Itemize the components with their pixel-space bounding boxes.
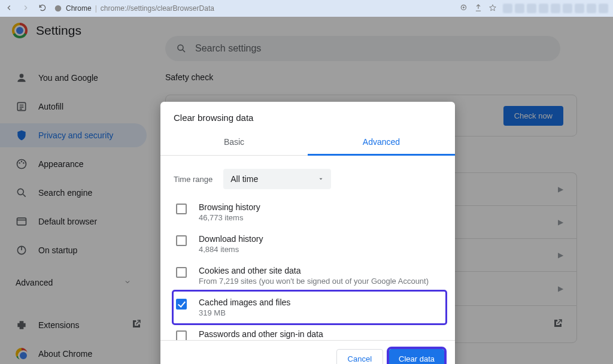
option-download-history[interactable]: Download history 4,884 items	[174, 228, 453, 260]
svg-point-3	[20, 74, 24, 78]
sidebar-item-label: Default browser	[38, 217, 97, 226]
shield-icon	[16, 129, 28, 141]
sidebar-item-label: Search engine	[38, 188, 92, 198]
check-now-button[interactable]: Check now	[503, 106, 563, 126]
checkbox[interactable]	[176, 267, 187, 278]
svg-rect-10	[17, 218, 26, 225]
option-cached-images[interactable]: Cached images and files 319 MB	[174, 292, 445, 323]
autofill-icon	[16, 101, 28, 113]
search-icon	[176, 43, 187, 54]
open-external-icon	[131, 318, 142, 331]
sidebar-item-privacy-security[interactable]: Privacy and security	[0, 123, 147, 147]
url-path: chrome://settings/clearBrowserData	[101, 4, 214, 13]
sidebar-item-label: On startup	[38, 245, 77, 255]
extensions-area[interactable]	[503, 4, 608, 13]
chrome-logo-icon	[12, 23, 28, 38]
site-icon	[54, 4, 62, 13]
sidebar-item-label: You and Google	[38, 73, 98, 83]
share-icon[interactable]	[474, 4, 482, 14]
safety-check-heading: Safety check	[165, 72, 213, 83]
chevron-down-icon	[124, 278, 131, 287]
reload-icon[interactable]	[38, 4, 47, 14]
chevron-right-icon: ▶	[558, 284, 563, 293]
svg-point-9	[17, 189, 23, 195]
svg-point-2	[178, 45, 183, 50]
checkbox[interactable]	[176, 235, 187, 246]
svg-point-7	[21, 161, 23, 163]
sidebar-item-you-and-google[interactable]: You and Google	[0, 66, 147, 90]
sidebar-item-default-browser[interactable]: Default browser	[0, 210, 147, 233]
svg-point-0	[55, 5, 62, 12]
settings-sidebar: You and Google Autofill Privacy and secu…	[0, 66, 147, 364]
sidebar-item-extensions[interactable]: Extensions	[0, 313, 147, 337]
search-placeholder: Search settings	[195, 43, 261, 54]
option-title: Browsing history	[199, 202, 260, 212]
cancel-button[interactable]: Cancel	[336, 349, 383, 364]
advanced-label: Advanced	[16, 278, 53, 287]
tab-basic[interactable]: Basic	[160, 131, 308, 155]
option-title: Download history	[199, 234, 263, 244]
settings-header: Settings	[12, 23, 81, 38]
chevron-right-icon: ▶	[558, 251, 563, 259]
sidebar-item-autofill[interactable]: Autofill	[0, 95, 147, 119]
back-icon[interactable]	[5, 4, 13, 14]
sidebar-item-on-startup[interactable]: On startup	[0, 238, 147, 262]
chevron-right-icon: ▶	[558, 185, 563, 193]
window-icon	[16, 216, 28, 228]
open-external-icon	[553, 318, 563, 330]
zoom-icon[interactable]	[460, 4, 468, 14]
clear-data-highlight: Clear data	[389, 349, 444, 364]
svg-point-8	[23, 162, 25, 164]
chevron-right-icon: ▶	[558, 218, 563, 226]
palette-icon	[16, 158, 28, 170]
dialog-title: Clear browsing data	[160, 102, 455, 131]
option-subtitle: 46,773 items	[199, 213, 260, 222]
time-range-label: Time range	[174, 175, 213, 184]
sidebar-item-search-engine[interactable]: Search engine	[0, 181, 147, 205]
svg-point-6	[19, 162, 20, 164]
forward-icon[interactable]	[22, 4, 30, 14]
sidebar-item-about-chrome[interactable]: About Chrome	[0, 342, 147, 364]
option-title: Cookies and other site data	[199, 266, 429, 275]
chrome-icon	[16, 348, 28, 360]
option-title: Passwords and other sign-in data	[199, 329, 449, 339]
sidebar-advanced-toggle[interactable]: Advanced	[0, 269, 147, 296]
power-icon	[16, 244, 28, 256]
sidebar-item-appearance[interactable]: Appearance	[0, 152, 147, 176]
option-subtitle: 4,884 items	[199, 245, 263, 254]
option-browsing-history[interactable]: Browsing history 46,773 items	[174, 196, 453, 228]
dialog-tabs: Basic Advanced	[160, 131, 455, 156]
person-icon	[16, 72, 28, 84]
option-passwords[interactable]: Passwords and other sign-in data 627 pas…	[174, 323, 453, 340]
page-title: Settings	[36, 23, 81, 38]
dropdown-icon	[318, 174, 324, 184]
sidebar-item-label: About Chrome	[38, 349, 92, 359]
checkbox[interactable]	[176, 204, 187, 214]
sidebar-item-label: Appearance	[38, 159, 84, 169]
checkbox[interactable]	[176, 299, 187, 310]
sidebar-item-label: Extensions	[38, 320, 79, 330]
option-subtitle: From 7,219 sites (you won't be signed ou…	[199, 277, 429, 286]
address-bar[interactable]: Chrome | chrome://settings/clearBrowserD…	[54, 4, 453, 13]
time-range-value: All time	[230, 174, 258, 184]
checkbox[interactable]	[176, 330, 187, 340]
puzzle-icon	[16, 319, 28, 331]
star-icon[interactable]	[488, 4, 497, 14]
tab-advanced[interactable]: Advanced	[308, 131, 455, 156]
dialog-footer: Cancel Clear data	[160, 340, 455, 364]
url-host: Chrome	[66, 4, 92, 13]
sidebar-item-label: Autofill	[38, 102, 63, 111]
clear-browsing-data-dialog: Clear browsing data Basic Advanced Time …	[160, 102, 455, 364]
time-range-select[interactable]: All time	[223, 169, 331, 189]
option-title: Cached images and files	[199, 298, 290, 307]
clear-data-button[interactable]: Clear data	[389, 349, 444, 364]
option-cookies[interactable]: Cookies and other site data From 7,219 s…	[174, 260, 453, 292]
sidebar-item-label: Privacy and security	[38, 131, 113, 140]
dialog-body: Time range All time Browsing history 46,…	[160, 156, 455, 340]
option-subtitle: 319 MB	[199, 308, 290, 317]
search-settings-input[interactable]: Search settings	[165, 36, 560, 61]
magnifier-icon	[16, 187, 28, 199]
browser-toolbar: Chrome | chrome://settings/clearBrowserD…	[0, 0, 613, 17]
